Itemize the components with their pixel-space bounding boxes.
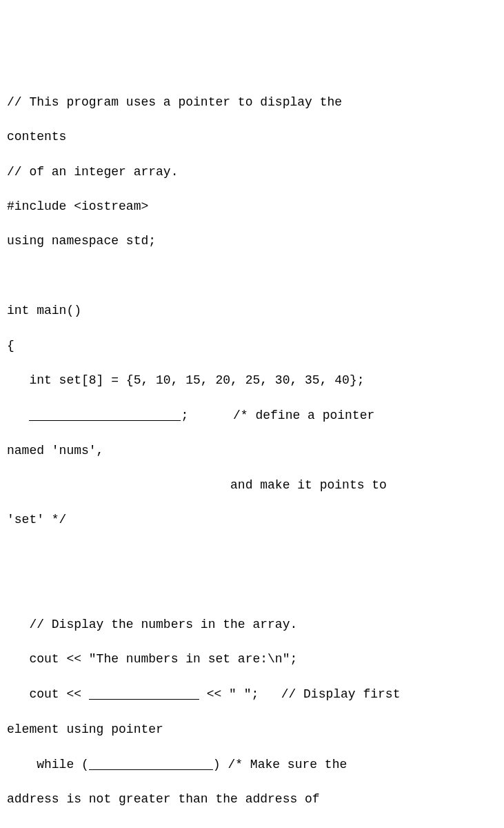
fill-in-blank[interactable] [89,758,213,770]
code-line: and make it points to [7,477,497,494]
code-text: while ( [7,758,89,771]
code-line: int set[8] = {5, 10, 15, 20, 25, 30, 35,… [7,372,497,389]
code-text: << " "; // Display first [199,687,401,701]
code-block: // This program uses a pointer to displa… [7,77,497,828]
code-text [7,408,29,422]
code-line: ; /* define a pointer [7,406,497,424]
code-line [7,581,497,598]
code-line: #include <iostream> [7,198,497,215]
code-line: contents [7,128,497,146]
code-line: using namespace std; [7,233,497,250]
code-line: 'set' */ [7,511,497,529]
code-text: ; /* define a pointer [181,408,374,422]
code-line: named 'nums', [7,442,497,460]
code-line: int main() [7,302,497,319]
code-line: { [7,337,497,355]
code-line: element using pointer [7,721,497,738]
code-line: // This program uses a pointer to displa… [7,94,497,111]
code-line: cout << << " "; // Display first [7,685,497,703]
code-line: while () /* Make sure the [7,756,497,773]
code-line [7,268,497,285]
code-text: cout << [7,687,89,701]
fill-in-blank[interactable] [89,687,199,700]
code-text: ) /* Make sure the [213,758,347,771]
code-line [7,546,497,564]
code-line: cout << "The numbers in set are:\n"; [7,651,497,668]
code-line: address is not greater than the address … [7,791,497,808]
code-line: // Display the numbers in the array. [7,616,497,633]
code-line: // of an integer array. [7,164,497,181]
fill-in-blank[interactable] [29,408,181,421]
